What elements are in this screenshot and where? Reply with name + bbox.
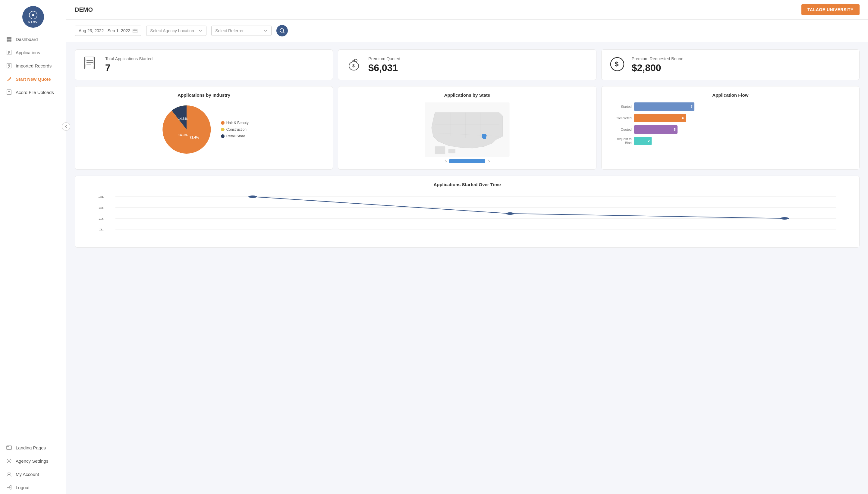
pie-chart: 71.4% 14.3% 14.3%	[160, 102, 214, 157]
agency-location-placeholder: Select Agency Location	[150, 28, 194, 33]
search-button[interactable]	[276, 25, 288, 36]
svg-point-18	[7, 446, 8, 447]
svg-rect-49	[448, 149, 456, 153]
line-chart-card: Applications Started Over Time 4 3 2 1	[75, 176, 860, 248]
stat-value: $6,031	[368, 62, 400, 74]
page-title: DEMO	[75, 6, 93, 13]
dashboard-content: Total Applications Started 7 $ Premiu	[66, 42, 868, 255]
svg-text:14.3%: 14.3%	[178, 117, 187, 120]
chart-title: Applications by Industry	[81, 93, 327, 98]
stat-card-total-applications: Total Applications Started 7	[75, 50, 333, 80]
legend-dot	[221, 121, 224, 125]
document-icon	[82, 56, 99, 74]
sidebar-item-start-new-quote[interactable]: Start New Quote	[0, 72, 66, 86]
sidebar-item-label: Agency Settings	[16, 458, 48, 463]
sidebar-item-label: Logout	[16, 485, 30, 490]
bar-fill: 6	[634, 114, 686, 122]
logo-container: DEMO	[0, 0, 66, 33]
svg-rect-4	[7, 39, 9, 42]
svg-point-27	[280, 28, 283, 32]
stat-cards: Total Applications Started 7 $ Premiu	[75, 50, 860, 80]
bar-row-quoted: Quoted 5	[608, 125, 853, 134]
sidebar-item-dashboard[interactable]: Dashboard	[0, 33, 66, 46]
imported-records-icon	[6, 63, 12, 69]
legend-item-construction: Construction	[221, 128, 248, 132]
referrer-select[interactable]: Select Referrer	[211, 25, 272, 36]
bar-label: Completed	[608, 116, 632, 120]
chart-by-state: Applications by State	[338, 86, 596, 170]
svg-text:3: 3	[98, 206, 104, 209]
sidebar-item-my-account[interactable]: My Account	[0, 468, 66, 481]
svg-point-58	[248, 195, 257, 198]
map-bar-right-label: 6	[488, 159, 490, 163]
map-bar-left-label: 6	[445, 159, 447, 163]
sidebar-item-applications[interactable]: Applications	[0, 46, 66, 59]
svg-rect-5	[10, 39, 12, 42]
legend-label: Construction	[226, 128, 246, 132]
stat-value: 7	[105, 62, 152, 74]
logo-text: DEMO	[28, 20, 38, 23]
settings-icon	[6, 458, 12, 464]
svg-point-21	[8, 472, 10, 474]
svg-text:1: 1	[98, 228, 104, 231]
dollar-circle-icon: $	[609, 56, 626, 74]
agency-location-select[interactable]: Select Agency Location	[146, 25, 206, 36]
sidebar-item-label: Applications	[16, 50, 40, 55]
sidebar-item-label: Acord File Uploads	[16, 90, 54, 95]
svg-line-28	[283, 32, 284, 33]
sidebar-collapse-button[interactable]	[62, 122, 70, 131]
svg-point-60	[780, 217, 789, 220]
map-bar-row: 6 6	[445, 159, 490, 163]
svg-text:$: $	[615, 60, 618, 68]
sidebar-item-agency-settings[interactable]: Agency Settings	[0, 454, 66, 468]
stat-label: Premium Quoted	[368, 56, 400, 61]
pie-container: 71.4% 14.3% 14.3% Hair & Beauty Construc…	[81, 102, 327, 157]
header: DEMO TALAGE UNIVERSITY	[66, 0, 868, 20]
bar-fill: 2	[634, 137, 652, 145]
svg-rect-30	[86, 57, 93, 69]
bar-chart: Started 7 Completed 6 Quoted 5 Request t…	[608, 102, 853, 145]
pie-legend: Hair & Beauty Construction Retail Store	[221, 121, 248, 138]
logo: DEMO	[22, 6, 44, 28]
sidebar-item-label: Landing Pages	[16, 445, 46, 450]
chevron-down-icon	[263, 28, 267, 33]
bar-fill: 5	[634, 125, 678, 134]
account-icon	[6, 471, 12, 477]
chart-application-flow: Application Flow Started 7 Completed 6 Q…	[601, 86, 860, 170]
sidebar-item-logout[interactable]: Logout	[0, 481, 66, 494]
svg-rect-3	[10, 37, 12, 39]
legend-dot	[221, 128, 224, 131]
bar-label: Quoted	[608, 128, 632, 131]
legend-label: Hair & Beauty	[226, 121, 248, 125]
svg-rect-23	[133, 29, 137, 33]
legend-item-retail-store: Retail Store	[221, 134, 248, 138]
calendar-icon	[133, 28, 137, 33]
stat-label: Total Applications Started	[105, 56, 152, 61]
svg-text:4: 4	[98, 195, 104, 198]
sidebar-item-label: My Account	[16, 472, 39, 477]
svg-rect-48	[435, 146, 445, 154]
main-nav: Dashboard Applications Imported	[0, 33, 66, 99]
bar-row-started: Started 7	[608, 102, 853, 111]
bottom-nav: Landing Pages Agency Settings My Account	[0, 441, 66, 494]
legend-item-hair-beauty: Hair & Beauty	[221, 121, 248, 125]
bar-label: Started	[608, 105, 632, 109]
talage-university-button[interactable]: TALAGE UNIVERSITY	[801, 4, 860, 15]
upload-icon	[6, 89, 12, 95]
bar-row-request-to-bind: Request toBind 2	[608, 137, 853, 145]
svg-rect-29	[85, 57, 94, 69]
svg-point-20	[8, 460, 10, 462]
sidebar: DEMO Dashboard A	[0, 0, 66, 494]
us-map	[422, 102, 512, 157]
sidebar-item-imported-records[interactable]: Imported Records	[0, 59, 66, 72]
bar-row-completed: Completed 6	[608, 114, 853, 122]
date-range-picker[interactable]: Aug 23, 2022 - Sep 1, 2022	[75, 25, 141, 36]
sidebar-item-landing-pages[interactable]: Landing Pages	[0, 441, 66, 454]
stat-label: Premium Requested Bound	[632, 56, 684, 61]
svg-text:2: 2	[98, 217, 104, 220]
search-icon	[279, 28, 285, 34]
landing-pages-icon	[6, 444, 12, 451]
svg-text:71.4%: 71.4%	[189, 136, 199, 139]
sidebar-item-acord-file-uploads[interactable]: Acord File Uploads	[0, 86, 66, 99]
map-container: 6 6	[344, 102, 590, 163]
